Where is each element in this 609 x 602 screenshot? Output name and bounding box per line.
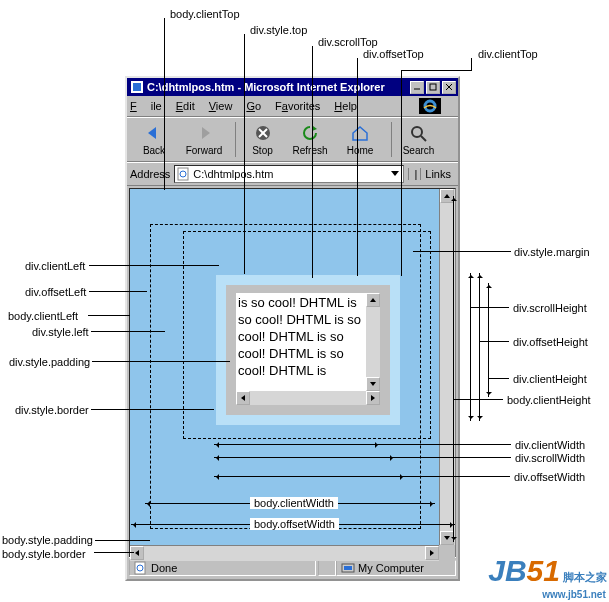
- leader: [90, 361, 230, 362]
- label-div-style-border: div.style.border: [13, 404, 91, 416]
- label-body-offsetWidth: body.offsetWidth: [250, 518, 339, 530]
- leader: [86, 409, 214, 410]
- minimize-button[interactable]: [410, 81, 424, 94]
- label-body-clientLeft: body.clientLeft: [6, 310, 80, 322]
- label-div-scrollTop: div.scrollTop: [316, 36, 380, 48]
- label-body-clientHeight: body.clientHeight: [505, 394, 593, 406]
- toolbar: Back Forward Stop Refresh Home Search: [127, 117, 458, 162]
- dropdown-icon[interactable]: [389, 167, 401, 181]
- leader: [413, 251, 511, 252]
- titlebar: C:\dhtmlpos.htm - Microsoft Internet Exp…: [127, 78, 458, 96]
- search-label: Search: [403, 145, 435, 156]
- leader: [405, 476, 510, 477]
- measure-div-clientHeight: [488, 283, 489, 397]
- leader: [471, 307, 509, 308]
- leader: [94, 540, 150, 541]
- label-div-style-top: div.style.top: [248, 24, 309, 36]
- label-body-style-border: body.style.border: [0, 548, 88, 560]
- label-div-style-margin: div.style.margin: [512, 246, 592, 258]
- leader: [401, 70, 402, 276]
- status-done: Done: [151, 562, 177, 574]
- svg-rect-17: [344, 566, 352, 570]
- leader: [94, 552, 134, 553]
- leader: [380, 444, 511, 445]
- menu-favorites[interactable]: Favorites: [275, 100, 320, 112]
- label-div-offsetLeft: div.offsetLeft: [23, 286, 88, 298]
- leader: [164, 18, 165, 190]
- leader: [454, 399, 503, 400]
- address-value: C:\dhtmlpos.htm: [193, 168, 273, 180]
- links-label[interactable]: Links: [420, 168, 455, 180]
- leader: [89, 291, 147, 292]
- label-div-style-left: div.style.left: [30, 326, 91, 338]
- svg-line-11: [421, 136, 426, 141]
- measure-body-clientHeight: [453, 196, 454, 542]
- label-body-clientWidth: body.clientWidth: [250, 497, 338, 509]
- label-div-clientLeft: div.clientLeft: [23, 260, 87, 272]
- label-div-offsetWidth: div.offsetWidth: [512, 471, 587, 483]
- menu-view[interactable]: View: [209, 100, 233, 112]
- label-body-style-padding: body.style.padding: [0, 534, 95, 546]
- status-zone: My Computer: [358, 562, 424, 574]
- home-button[interactable]: Home: [335, 122, 385, 157]
- label-div-offsetTop: div.offsetTop: [361, 48, 426, 60]
- svg-rect-3: [430, 84, 436, 90]
- stop-button[interactable]: Stop: [235, 122, 285, 157]
- label-div-clientWidth: div.clientWidth: [513, 439, 587, 451]
- label-div-clientTop: div.clientTop: [476, 48, 540, 60]
- measure-div-offsetWidth: [214, 476, 405, 477]
- address-go-icon[interactable]: |: [408, 168, 420, 180]
- leader: [480, 341, 509, 342]
- refresh-button[interactable]: Refresh: [285, 122, 335, 157]
- menubar: File Edit View Go Favorites Help: [127, 96, 458, 117]
- address-bar: Address C:\dhtmlpos.htm | Links: [127, 162, 458, 186]
- label-body-clientTop: body.clientTop: [168, 8, 242, 20]
- menu-file[interactable]: File: [130, 100, 162, 112]
- menu-edit[interactable]: Edit: [176, 100, 195, 112]
- measure-div-scrollWidth: [214, 457, 395, 458]
- back-label: Back: [143, 145, 165, 156]
- search-icon: [408, 123, 430, 143]
- back-button[interactable]: Back: [129, 122, 179, 157]
- leader: [91, 331, 165, 332]
- leader: [489, 378, 509, 379]
- refresh-icon: [299, 123, 321, 143]
- leader: [88, 315, 130, 316]
- back-arrow-icon: [143, 123, 165, 143]
- svg-rect-1: [133, 83, 141, 91]
- status-done-icon: [134, 561, 148, 575]
- label-div-offsetHeight: div.offsetHeight: [511, 336, 590, 348]
- address-input[interactable]: C:\dhtmlpos.htm: [174, 165, 404, 183]
- brand-prefix: JB: [488, 554, 526, 587]
- home-label: Home: [347, 145, 374, 156]
- brand-url: www.jb51.net: [542, 589, 606, 600]
- forward-label: Forward: [186, 145, 223, 156]
- leader: [89, 265, 219, 266]
- close-button[interactable]: [442, 81, 456, 94]
- dashed-div-margin: [183, 231, 431, 439]
- page-icon: [177, 167, 191, 181]
- body-horizontal-scrollbar[interactable]: [130, 545, 439, 561]
- menu-go[interactable]: Go: [246, 100, 261, 112]
- stop-label: Stop: [252, 145, 273, 156]
- leader: [401, 70, 472, 71]
- label-div-scrollWidth: div.scrollWidth: [513, 452, 587, 464]
- ie-page-icon: [130, 80, 144, 94]
- home-icon: [349, 123, 371, 143]
- label-div-scrollHeight: div.scrollHeight: [511, 302, 589, 314]
- leader: [471, 58, 472, 70]
- leader: [395, 457, 511, 458]
- label-div-clientHeight: div.clientHeight: [511, 373, 589, 385]
- menu-help[interactable]: Help: [334, 100, 357, 112]
- maximize-button[interactable]: [426, 81, 440, 94]
- forward-button[interactable]: Forward: [179, 122, 229, 157]
- watermark: JB51 脚本之家 www.jb51.net: [488, 554, 607, 600]
- stop-icon: [252, 123, 274, 143]
- brand-zh: 脚本之家: [563, 571, 607, 583]
- refresh-label: Refresh: [292, 145, 327, 156]
- svg-point-10: [412, 127, 422, 137]
- search-button[interactable]: Search: [391, 122, 441, 157]
- scroll-corner: [439, 545, 455, 561]
- forward-arrow-icon: [193, 123, 215, 143]
- window-title: C:\dhtmlpos.htm - Microsoft Internet Exp…: [147, 81, 385, 93]
